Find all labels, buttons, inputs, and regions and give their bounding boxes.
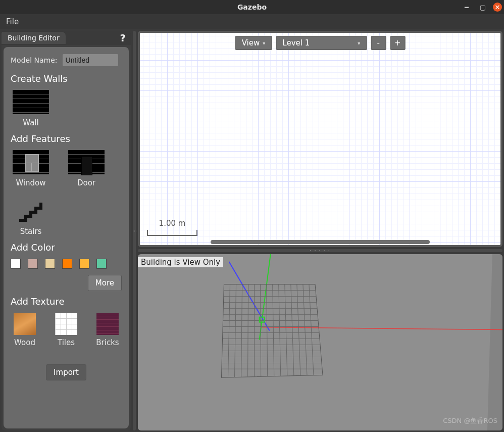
color-swatch-tan[interactable]: [28, 259, 38, 269]
menu-file[interactable]: File: [3, 16, 22, 27]
watermark: CSDN @鱼香ROS: [443, 416, 497, 425]
close-button[interactable]: ✕: [493, 3, 502, 12]
model-name-input[interactable]: [63, 54, 118, 66]
stairs-icon: [18, 203, 43, 223]
palette-stairs[interactable]: Stairs: [11, 203, 51, 236]
svg-line-31: [303, 284, 307, 375]
section-add-features: Add Features: [11, 133, 122, 144]
level-select[interactable]: Level 1▾: [276, 36, 367, 50]
palette-window[interactable]: Window: [11, 150, 51, 187]
color-swatch-white[interactable]: [11, 259, 21, 269]
svg-line-27: [279, 284, 281, 376]
help-icon[interactable]: ?: [115, 32, 131, 44]
window-titlebar: Gazebo ━ ▢ ✕: [0, 0, 504, 14]
scale-label: 1.00 m: [147, 219, 197, 228]
color-swatch-beige[interactable]: [45, 259, 55, 269]
horizontal-splitter[interactable]: · · · · ·: [138, 249, 502, 252]
window-title: Gazebo: [237, 3, 267, 11]
floorplan-canvas[interactable]: View▾ Level 1▾ - + 1.00 m: [138, 31, 502, 247]
tiles-icon: [55, 313, 77, 335]
add-level-button[interactable]: +: [390, 36, 405, 50]
color-row: [11, 259, 122, 269]
svg-line-29: [291, 284, 294, 375]
section-create-walls: Create Walls: [11, 73, 122, 84]
svg-marker-0: [487, 254, 502, 430]
section-add-color: Add Color: [11, 242, 122, 253]
menu-bar: File: [0, 14, 504, 29]
preview-3d-canvas[interactable]: Building is View Only: [138, 254, 502, 430]
chevron-down-icon: ▾: [263, 40, 265, 46]
chevron-down-icon: ▾: [358, 40, 360, 46]
svg-line-32: [309, 284, 314, 375]
svg-line-26: [273, 284, 274, 376]
minimize-button[interactable]: ━: [459, 0, 475, 14]
svg-marker-4: [221, 284, 323, 377]
svg-line-25: [267, 284, 268, 376]
palette-wall[interactable]: Wall: [11, 90, 51, 127]
section-add-texture: Add Texture: [11, 296, 122, 307]
palette-door-label: Door: [77, 178, 95, 187]
color-swatch-orange[interactable]: [62, 259, 72, 269]
texture-bricks[interactable]: Bricks: [93, 313, 122, 347]
model-name-label: Model Name:: [11, 56, 58, 64]
sidebar-panel: Building Editor ? Model Name: Create Wal…: [2, 31, 131, 430]
view-dropdown[interactable]: View▾: [235, 36, 272, 50]
color-swatch-amber[interactable]: [79, 259, 89, 269]
wood-icon: [14, 313, 36, 335]
texture-bricks-label: Bricks: [96, 338, 119, 347]
texture-wood[interactable]: Wood: [11, 313, 39, 347]
svg-line-30: [297, 284, 300, 375]
door-icon: [68, 150, 105, 174]
texture-tiles[interactable]: Tiles: [52, 313, 80, 347]
palette-window-label: Window: [16, 178, 45, 187]
texture-tiles-label: Tiles: [58, 338, 75, 347]
remove-level-button[interactable]: -: [371, 36, 386, 50]
import-button[interactable]: Import: [46, 364, 86, 380]
scale-ruler: 1.00 m: [147, 219, 197, 236]
color-swatch-teal[interactable]: [96, 259, 107, 269]
palette-door[interactable]: Door: [66, 150, 107, 187]
view-only-badge: Building is View Only: [138, 257, 223, 267]
more-colors-button[interactable]: More: [88, 275, 122, 291]
svg-line-1: [261, 327, 502, 330]
wall-icon: [13, 90, 49, 114]
maximize-button[interactable]: ▢: [475, 0, 491, 14]
bricks-icon: [96, 313, 119, 335]
horizontal-scrollbar[interactable]: [211, 240, 430, 244]
tab-building-editor[interactable]: Building Editor: [2, 32, 66, 44]
texture-wood-label: Wood: [14, 338, 35, 347]
svg-line-28: [285, 284, 287, 375]
window-icon: [13, 150, 49, 174]
palette-wall-label: Wall: [23, 118, 38, 127]
palette-stairs-label: Stairs: [20, 227, 42, 236]
vertical-splitter[interactable]: ⋮: [133, 31, 136, 430]
